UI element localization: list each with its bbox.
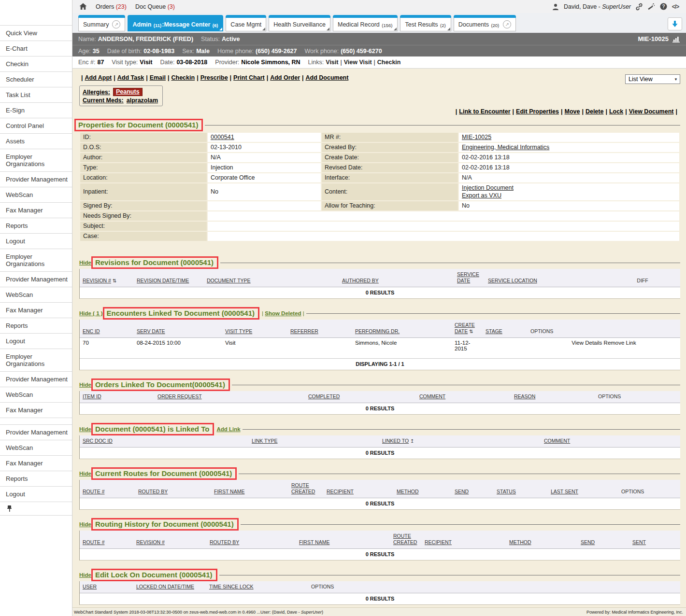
- column-header-comment[interactable]: COMMENT: [419, 393, 445, 399]
- sidebar-item-blank[interactable]: [0, 418, 72, 425]
- sidebar-item-control-panel[interactable]: Control Panel: [0, 118, 72, 134]
- sidebar-item-logout[interactable]: Logout: [0, 334, 72, 349]
- column-header-first-name[interactable]: FIRST NAME: [214, 489, 244, 494]
- hide-link[interactable]: Hide: [79, 260, 91, 266]
- hide-link[interactable]: Hide: [79, 382, 91, 388]
- column-header-item-id[interactable]: ITEM ID: [83, 393, 101, 399]
- column-header-sent[interactable]: SENT: [632, 539, 646, 545]
- column-header-routed-by[interactable]: ROUTED BY: [138, 489, 168, 494]
- view-select[interactable]: List View ▼: [625, 74, 680, 84]
- column-header-first-name[interactable]: FIRST NAME: [299, 539, 329, 545]
- hide-link[interactable]: Hide: [79, 471, 91, 476]
- sidebar-item-reports[interactable]: Reports: [0, 218, 72, 234]
- column-header-service-location[interactable]: SERVICE LOCATION: [488, 278, 537, 283]
- sidebar-item-webscan[interactable]: WebScan: [0, 440, 72, 456]
- sidebar-item-assets[interactable]: Assets: [0, 134, 72, 149]
- column-header-stage[interactable]: STAGE: [486, 328, 502, 334]
- link-to-encounter-link[interactable]: Link to Encounter: [459, 108, 510, 115]
- property-value-link[interactable]: Engineering, Medical Informatics: [462, 144, 549, 151]
- column-header-locked-on-date-time[interactable]: LOCKED ON DATE/TIME: [136, 584, 194, 589]
- column-header-visit-type[interactable]: VISIT TYPE: [225, 328, 252, 334]
- column-header-revision-date-time[interactable]: REVISION DATE/TIME: [137, 278, 189, 283]
- sidebar-item-provider-management[interactable]: Provider Management: [0, 172, 72, 187]
- print-chart-link[interactable]: Print Chart: [233, 74, 265, 81]
- tab-test-results-2[interactable]: Test Results (2): [400, 15, 451, 31]
- popout-icon[interactable]: ↗: [503, 20, 511, 28]
- column-header-send[interactable]: SEND: [455, 489, 469, 494]
- sort-icon[interactable]: ⇅: [469, 328, 473, 335]
- sort-icon[interactable]: ↥: [410, 438, 414, 444]
- column-header-status[interactable]: STATUS: [497, 489, 516, 494]
- code-icon[interactable]: </>: [672, 3, 679, 11]
- column-header-order-request[interactable]: ORDER REQUEST: [157, 393, 202, 399]
- column-header-method[interactable]: METHOD: [397, 489, 419, 494]
- sidebar-item-scheduler[interactable]: Scheduler: [0, 72, 72, 87]
- home-icon[interactable]: [79, 3, 87, 11]
- column-header-revision[interactable]: REVISION #: [136, 539, 165, 545]
- export-as-vxu-link[interactable]: Export as VXU: [462, 192, 501, 199]
- column-header-serv-date[interactable]: SERV DATE: [137, 328, 165, 334]
- sidebar-item-provider-management[interactable]: Provider Management: [0, 425, 72, 440]
- column-header-completed[interactable]: COMPLETED: [308, 393, 340, 399]
- column-header-src-doc-id[interactable]: SRC DOC ID: [83, 438, 113, 444]
- sidebar-item-provider-management[interactable]: Provider Management: [0, 372, 72, 387]
- column-header-route-created[interactable]: ROUTECREATED: [393, 533, 417, 545]
- current-user[interactable]: David, Dave - SuperUser: [564, 3, 631, 10]
- add-task-link[interactable]: Add Task: [117, 74, 144, 81]
- tab-medical-record-156[interactable]: Medical Record (156): [333, 15, 398, 31]
- column-header-enc-id[interactable]: ENC ID: [83, 328, 100, 334]
- view-details-action[interactable]: View Details: [572, 340, 602, 346]
- column-header-document-type[interactable]: DOCUMENT TYPE: [207, 278, 251, 283]
- column-header-send[interactable]: SEND: [581, 539, 595, 545]
- add-document-link[interactable]: Add Document: [306, 74, 349, 81]
- sidebar-item-checkin[interactable]: Checkin: [0, 56, 72, 72]
- tab-documents-20[interactable]: Documents (20)↗: [454, 15, 516, 31]
- column-header-revision[interactable]: REVISION #: [83, 278, 111, 283]
- column-header-route-created[interactable]: ROUTECREATED: [291, 482, 315, 494]
- download-button[interactable]: [668, 17, 682, 30]
- hide-link[interactable]: Hide: [79, 521, 91, 527]
- tab-admin-11-message-center-6[interactable]: Admin (11):Message Center (6): [128, 15, 223, 31]
- sidebar-item-logout[interactable]: Logout: [0, 234, 72, 249]
- visit-link[interactable]: Visit: [326, 59, 338, 66]
- sidebar-item-reports[interactable]: Reports: [0, 318, 72, 334]
- orders-link[interactable]: Orders (23): [96, 3, 127, 10]
- column-header-method[interactable]: METHOD: [509, 539, 531, 545]
- allergies-link[interactable]: Allergies:: [83, 89, 110, 96]
- lock-link[interactable]: Lock: [609, 108, 623, 115]
- doc-queue-link[interactable]: Doc Queue (3): [135, 3, 175, 10]
- column-header-route[interactable]: ROUTE #: [83, 489, 105, 494]
- column-header-link-type[interactable]: LINK TYPE: [252, 438, 278, 444]
- email-link[interactable]: Email: [150, 74, 166, 81]
- view-document-link[interactable]: View Document: [629, 108, 674, 115]
- column-header-recipient[interactable]: RECIPIENT: [425, 539, 452, 545]
- column-header-user[interactable]: USER: [83, 584, 97, 589]
- popout-icon[interactable]: ↗: [112, 20, 120, 28]
- sidebar-item-fax-manager[interactable]: Fax Manager: [0, 456, 72, 471]
- sidebar-item-webscan[interactable]: WebScan: [0, 287, 72, 303]
- tab-summary[interactable]: Summary↗: [78, 15, 125, 31]
- sidebar-item-employer-organizations[interactable]: Employer Organizations: [0, 349, 72, 372]
- checkin-link[interactable]: Checkin: [171, 74, 195, 81]
- tab-health-surveillance[interactable]: Health Surveillance: [269, 15, 330, 31]
- sidebar-item-webscan[interactable]: WebScan: [0, 187, 72, 203]
- hide-link[interactable]: Hide: [79, 426, 91, 432]
- sidebar-item-logout[interactable]: Logout: [0, 487, 72, 502]
- delete-link[interactable]: Delete: [586, 108, 604, 115]
- prescribe-link[interactable]: Prescribe: [200, 74, 228, 81]
- sidebar-item-fax-manager[interactable]: Fax Manager: [0, 303, 72, 318]
- sidebar-pin-button[interactable]: [0, 502, 72, 516]
- column-header-service-date[interactable]: SERVICEDATE: [457, 271, 479, 283]
- property-value-link[interactable]: 0000541: [211, 134, 234, 140]
- add-order-link[interactable]: Add Order: [270, 74, 300, 81]
- hide-link[interactable]: Hide: [79, 572, 91, 578]
- sidebar-item-fax-manager[interactable]: Fax Manager: [0, 203, 72, 218]
- sidebar-item-e-sign[interactable]: E-Sign: [0, 103, 72, 118]
- sidebar-item-fax-manager[interactable]: Fax Manager: [0, 403, 72, 418]
- sort-icon[interactable]: ⇅: [113, 278, 116, 284]
- property-value-link[interactable]: MIE-10025: [462, 134, 491, 140]
- column-header-recipient[interactable]: RECIPIENT: [327, 489, 354, 494]
- column-header-route[interactable]: ROUTE #: [83, 539, 105, 545]
- move-link[interactable]: Move: [564, 108, 580, 115]
- hide-link[interactable]: Hide ( 1 ): [79, 310, 103, 316]
